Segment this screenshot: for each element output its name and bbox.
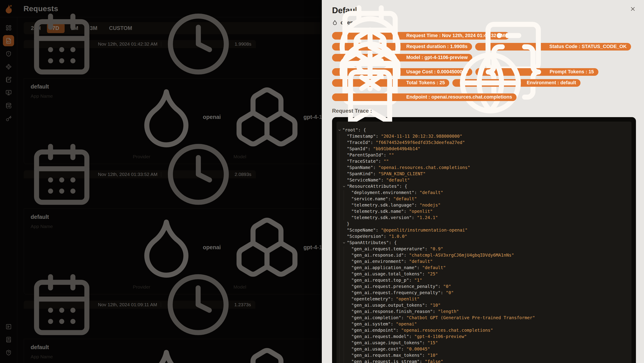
trace-key: "gen_ai.usage.input_tokens" [351,340,422,345]
trace-key: "ScopeVersion" [347,234,384,239]
trace-value: "" [384,159,389,164]
trace-brace: { [363,127,366,133]
trace-key: "gen_ai.response.finish_reason" [351,309,433,314]
indent-guide [339,134,340,363]
trace-value: "false" [425,359,443,363]
trace-line: "gen_ai.request.temperature": "0.9" [338,246,632,252]
trace-value: "default" [420,190,443,195]
trace-colon: : [414,203,420,208]
trace-value: "default" [409,259,433,264]
trace-box: "root": {"Timestamp": "2024-11-11 20:12:… [332,117,636,363]
trace-json-viewer[interactable]: "root": {"Timestamp": "2024-11-11 20:12:… [336,122,632,363]
badge-label: Prompt Tokens : 15 [550,69,594,75]
trace-value: "0" [446,290,454,295]
trace-colon: : [358,127,363,133]
trace-value: "gpt-4-1106-preview" [414,334,467,339]
trace-colon: : [384,152,389,158]
chevron-down-icon[interactable] [342,183,347,190]
trace-key: "root" [342,127,358,133]
trace-value: "0.9" [430,246,443,252]
badge-label: Environment : default [526,80,576,86]
trace-line: "gen_ai.request.presence_penalty": "0" [338,283,632,290]
trace-value: "nodejs" [420,203,440,208]
trace-colon: : [370,140,376,145]
trace-line: "TraceState": "" [338,158,632,165]
indent-guide [344,247,344,363]
trace-key: "gen_ai.response.id" [351,253,404,258]
trace-value: "f6674452e459f6edfd35c3deefea27ed" [376,140,465,145]
request-badges: Request Time : Nov 12th, 2024 01:42:32 A… [332,32,636,101]
trace-value: "openlit" [396,296,420,302]
trace-colon: : [404,259,409,264]
trace-line: "ScopeVersion": "1.0.0" [338,233,632,240]
trace-key: "SpanName" [347,165,373,170]
chevron-down-icon[interactable] [342,240,347,246]
trace-colon: : [414,190,420,195]
trace-key: "gen_ai.environment" [351,259,404,264]
trace-colon: : [401,315,406,320]
trace-line: "SpanAttributes": { [338,240,632,246]
trace-value: "length" [438,309,459,314]
trace-line: "deployment.environment": "default" [338,190,632,196]
trace-key: "ParentSpanId" [347,152,384,158]
trace-colon: : [422,340,427,345]
trace-value: "Chatbot GPT (Generative Pre-trained Tra… [406,315,535,320]
trace-key: "gen_ai.system" [351,322,391,327]
trace-colon: : [401,347,406,352]
trace-key: "SpanAttributes" [347,240,389,245]
trace-key: "opentelemetry" [351,296,391,302]
trace-colon: : [384,234,389,239]
trace-line: } [338,221,632,227]
trace-value: "10" [427,353,438,358]
trace-line: "gen_ai.endpoint": "openai.resources.cha… [338,327,632,334]
trace-colon: : [438,284,443,289]
trace-colon: : [378,159,384,164]
trace-colon: : [368,146,373,151]
trace-line: "gen_ai.usage.output_tokens": "10" [338,302,632,309]
trace-line: "root": { [338,127,632,133]
trace-colon: : [409,334,414,339]
trace-key: "gen_ai.usage.output_tokens" [351,303,425,308]
trace-colon: : [433,309,438,314]
badge-label: Request duration : 1.9908s [406,44,468,49]
trace-colon: : [399,184,404,189]
trace-line: "gen_ai.environment": "default" [338,258,632,265]
trace-value: "default" [393,196,417,201]
trace-value: "2024-11-11 20:12:32.988000000" [381,134,462,139]
trace-value: "10" [430,303,440,308]
trace-line: "ServiceName": "default" [338,177,632,183]
trace-key: "gen_ai.request.top_p" [351,278,409,283]
trace-key: "gen_ai.request.max_tokens" [351,353,422,358]
trace-key: "gen_ai.application_name" [351,265,417,270]
trace-value: "@openlit/instrumentation-openai" [381,228,468,233]
trace-key: "telemetry.sdk.name" [351,209,404,214]
trace-line: "service.name": "default" [338,196,632,202]
trace-colon: : [440,290,446,295]
request-detail-sheet: Default openai Request Time : Nov 12th, … [322,0,644,363]
trace-line: "gen_ai.usage.total_tokens": "25" [338,271,632,277]
trace-line: "gen_ai.system": "openai" [338,321,632,327]
trace-key: "gen_ai.usage.total_tokens" [351,271,422,277]
chevron-down-icon[interactable] [338,127,342,133]
trace-line: "telemetry.sdk.language": "nodejs" [338,202,632,208]
trace-value: "1.24.1" [417,215,438,220]
trace-line: "gen_ai.request.frequency_penalty": "0" [338,290,632,296]
trace-line: "telemetry.sdk.name": "openlit" [338,208,632,215]
trace-value: "1.0.0" [389,234,407,239]
trace-colon: : [412,215,417,220]
trace-line: "gen_ai.request.max_tokens": "10" [338,352,632,359]
trace-key: "gen_ai.usage.cost" [351,347,401,352]
trace-key: "SpanId" [347,146,368,151]
trace-value: "15" [427,340,438,345]
trace-key: "gen_ai.request.temperature" [351,246,425,252]
trace-key: "TraceState" [347,159,378,164]
trace-colon: : [404,253,409,258]
trace-key: "gen_ai.request.model" [351,334,409,339]
trace-colon: : [422,271,427,277]
trace-value: "openlit" [409,209,433,214]
trace-key: "gen_ai.endpoint" [351,328,396,333]
trace-line: "TraceId": "f6674452e459f6edfd35c3deefea… [338,139,632,146]
close-button[interactable] [630,6,636,12]
badge-label: Status Code : STATUS_CODE_OK [550,44,627,49]
trace-line: "SpanName": "openai.resources.chat.compl… [338,165,632,171]
